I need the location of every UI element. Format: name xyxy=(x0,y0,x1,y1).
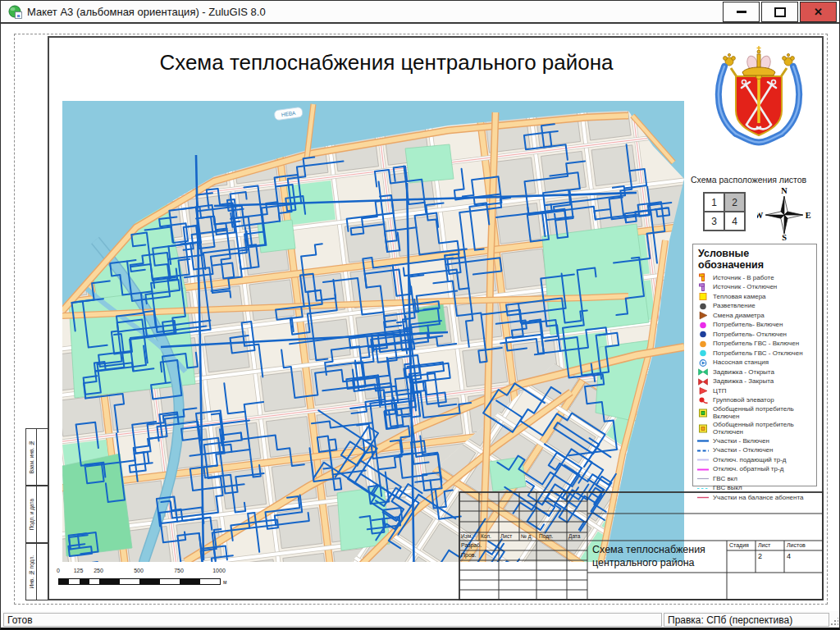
side-stamp-box: Взам. инв. № xyxy=(25,428,48,486)
app-icon: в xyxy=(8,5,23,20)
close-icon: ✕ xyxy=(814,7,823,17)
legend-item: Потребитель ГВС - Отключен xyxy=(696,349,815,358)
side-stamp-box: Подп. и дата xyxy=(25,486,48,543)
maximize-button[interactable] xyxy=(761,2,798,22)
tb-sheet-label: Лист xyxy=(758,542,770,548)
page-title: Схема теплоснабжения центрального района xyxy=(116,50,657,75)
legend-item: Отключ. обратный тр-д xyxy=(696,465,815,475)
sheet-layout-label: Схема расположения листов xyxy=(691,175,806,185)
source-off-icon xyxy=(696,283,710,292)
legend-item-label: Источник - Отключен xyxy=(713,284,777,290)
consumer-on-icon xyxy=(696,321,710,330)
sheet-layout-grid: 1 2 3 4 xyxy=(703,192,746,231)
minimize-icon xyxy=(737,11,746,13)
tb-row-prov: Пров. xyxy=(461,552,476,558)
group-elevator-icon xyxy=(696,396,710,405)
status-message: Готов xyxy=(3,613,662,627)
legend-items: Источник - В работеИсточник - ОтключенТе… xyxy=(696,273,815,503)
svg-text:S: S xyxy=(782,233,787,240)
consumer-gvs-off-icon xyxy=(696,349,710,358)
svg-text:N: N xyxy=(781,186,788,195)
scale-tick-label: 0 xyxy=(57,568,60,573)
legend-title: Условные обозначения xyxy=(698,248,815,271)
scale-tick-label: 1000 xyxy=(212,568,226,573)
tb-col-list: Лист xyxy=(500,533,518,539)
legend-item-label: Отключ. обратный тр-д xyxy=(713,466,783,472)
legend-item: Потребитель ГВС - Включен xyxy=(696,340,815,349)
tb-col-kol: Кол. xyxy=(481,533,499,539)
legend-item: Отключ. подающий тр-д xyxy=(696,455,815,465)
heat-chamber-icon xyxy=(696,292,710,301)
minimize-button[interactable] xyxy=(723,2,760,22)
legend-box: Условные обозначения Источник - В работе… xyxy=(692,244,817,486)
status-bar: Готов Правка: СПб (перспектива) xyxy=(1,611,840,628)
tb-col-nd: № д xyxy=(521,533,536,539)
valve-open-icon xyxy=(696,368,710,377)
legend-item: Потребитель- Отключен xyxy=(696,330,815,340)
legend-item-label: Источник - В работе xyxy=(713,275,774,281)
scale-tick-label: 125 xyxy=(74,568,84,573)
tb-doc-title: Схема теплоснабжения центрального района xyxy=(592,543,722,570)
consumer-off-icon xyxy=(696,330,710,339)
branch-icon xyxy=(696,302,710,311)
tb-col-podp: Подп. xyxy=(539,533,565,539)
legend-item-label: Потребитель- Отключен xyxy=(713,331,787,338)
line-off-icon xyxy=(696,446,710,455)
legend-item-label: Отключ. подающий тр-д xyxy=(713,457,787,463)
diameter-change-icon xyxy=(696,311,710,320)
legend-item-label: Групповой элеватор xyxy=(713,397,774,404)
ctp-icon xyxy=(696,386,710,395)
legend-item: Источник - Отключен xyxy=(696,283,815,293)
legend-item: Разветвление xyxy=(696,302,815,312)
legend-item-label: Тепловая камера xyxy=(713,294,766,300)
sheet-cell-2-active: 2 xyxy=(724,193,745,212)
legend-item: Обобщенный потребитель Включен xyxy=(696,405,815,421)
legend-item-label: ГВС вкл xyxy=(713,476,737,482)
window-title: Макет А3 (альбомная ориентация) - ZuluGI… xyxy=(27,6,266,18)
legend-item: Тепловая камера xyxy=(696,292,815,302)
line-supply-off-icon xyxy=(696,455,710,464)
legend-item: Смена диаметра xyxy=(696,311,815,321)
zulugis-window: в Макет А3 (альбомная ориентация) - Zulu… xyxy=(0,0,840,630)
compass-rose-icon: N W E S xyxy=(757,186,811,240)
scale-tick-label: 500 xyxy=(134,568,144,573)
source-on-icon xyxy=(696,273,710,282)
layout-page[interactable]: Схема теплоснабжения центрального района… xyxy=(1,24,840,611)
side-label: Взам. инв. № xyxy=(29,441,34,473)
valve-closed-icon xyxy=(696,377,710,386)
legend-item: Источник - В работе xyxy=(696,273,815,283)
side-label: Подп. и дата xyxy=(29,499,34,530)
legend-item-label: Потребитель ГВС - Отключен xyxy=(713,350,803,357)
line-on-icon xyxy=(696,436,710,445)
maximize-icon xyxy=(774,7,786,17)
pump-station-icon xyxy=(696,358,710,368)
legend-item-label: Потребитель ГВС - Включен xyxy=(713,340,799,347)
legend-item-label: Участки - Отключен xyxy=(713,447,773,454)
tb-sheet-value: 2 xyxy=(758,552,762,560)
resize-grip[interactable] xyxy=(830,618,838,626)
legend-item-label: Задвижка - Открыта xyxy=(713,369,774,376)
scale-bar-strip xyxy=(58,578,221,585)
legend-item-label: Обобщенный потребитель Отключен xyxy=(713,422,794,436)
sheet-cell-1: 1 xyxy=(704,193,724,212)
generalized-consumer-on-icon xyxy=(696,409,710,418)
sheet-cell-4: 4 xyxy=(724,212,745,231)
legend-item: Задвижка - Открыта xyxy=(696,368,815,377)
legend-item: Участки - Включен xyxy=(696,436,815,446)
legend-item-label: ЦТП xyxy=(713,388,727,395)
status-edit-mode: Правка: СПб (перспектива) xyxy=(664,613,829,627)
scale-bar: 01252505007501000м xyxy=(58,568,247,587)
close-button[interactable]: ✕ xyxy=(800,2,837,22)
spb-coat-of-arms xyxy=(695,40,823,155)
side-stamp-box: Инв. № подл. xyxy=(25,543,48,600)
title-bar[interactable]: в Макет А3 (альбомная ориентация) - Zulu… xyxy=(1,1,839,24)
tb-col-izm: Изм. xyxy=(461,533,479,539)
svg-text:в: в xyxy=(17,13,21,18)
legend-item: Потребитель- Включен xyxy=(696,321,815,331)
legend-item: Насосная станция xyxy=(696,358,815,368)
consumer-gvs-on-icon xyxy=(696,340,710,349)
legend-item: Задвижка - Закрыта xyxy=(696,377,815,387)
generalized-consumer-off-icon xyxy=(696,424,710,433)
title-block: Изм. Кол. Лист № д Подп. Дата Разраб. Пр… xyxy=(459,491,824,600)
legend-item: Групповой элеватор xyxy=(696,396,815,406)
